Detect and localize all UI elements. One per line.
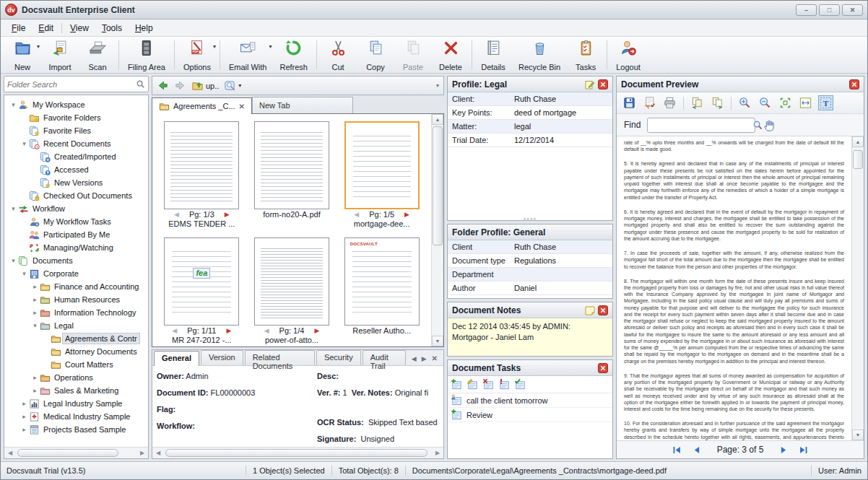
thumbnail-page[interactable] [254,121,329,209]
scroll-right-icon[interactable]: ▶ [432,450,443,456]
collapse-icon[interactable]: ▾ [9,101,18,108]
minimize-button[interactable]: – [796,4,817,16]
toolbar-scan-button[interactable]: Scan [79,37,116,73]
toolbar-logout-button[interactable]: Logout [609,37,647,73]
scroll-up-icon[interactable]: ▲ [852,136,864,147]
zoom-out-icon[interactable] [758,96,772,110]
scroll-down-icon[interactable]: ▼ [852,429,864,440]
toolbar-email-with-button[interactable]: ▾Email With [222,37,274,73]
collapse-icon[interactable]: ▾ [19,270,29,277]
details-tab-security[interactable]: Security [316,350,361,365]
thumbnail-prev-page-icon[interactable]: ◀ [174,211,179,218]
search-icon[interactable] [136,79,145,89]
fit-page-icon[interactable] [778,96,792,110]
tree-item-created-imported[interactable]: Created/Imported [4,150,148,163]
fit-width-icon[interactable] [799,96,812,110]
thumbnail-item[interactable]: form-no20-A.pdf [247,121,337,230]
expand-icon[interactable]: ▸ [19,400,29,407]
menu-tools[interactable]: Tools [95,21,129,35]
toolbar-details-button[interactable]: Details [474,37,512,73]
scrollbar-thumb[interactable] [433,126,443,245]
copy-page-icon[interactable] [690,96,704,110]
tree-item-attorney-documents[interactable]: Attorney Documents [4,345,148,358]
tree-item-my-workspace[interactable]: ▾My Workspace [4,98,148,111]
add-note-icon[interactable] [585,305,595,315]
details-tab-related-documents[interactable]: Related Documents [245,350,315,365]
thumbnail-next-page-icon[interactable]: ▶ [225,211,230,218]
scrollbar-thumb[interactable] [17,449,118,457]
tree-item-documents[interactable]: ▾Documents [4,254,148,267]
tree-item-operations[interactable]: ▸Operations [4,371,148,384]
details-horizontal-scrollbar[interactable]: ◀ ▶ [152,447,443,458]
expand-icon[interactable]: ▸ [19,426,29,433]
toolbar-copy-button[interactable]: Copy [357,37,394,73]
notes-close-icon[interactable] [598,305,608,315]
tree-item-court-matters[interactable]: Court Matters [4,358,148,371]
sidebar-horizontal-scrollbar[interactable]: ◀ ▶ [4,447,148,458]
first-page-icon[interactable] [671,445,682,455]
details-tab-version[interactable]: Version [201,350,243,365]
thumbnail-prev-page-icon[interactable]: ◀ [172,327,177,334]
preview-close-icon[interactable] [849,79,859,90]
collapse-icon[interactable]: ▾ [9,257,18,264]
toolbar-recycle-bin-button[interactable]: Recycle Bin [512,37,567,73]
tree-item-checked-out-documents[interactable]: Checked Out Documents [4,189,148,202]
thumbnail-item[interactable]: DOCSVAULTReseller Autho... [337,237,427,346]
toolbar-overflow-icon[interactable]: ▾ [436,82,439,89]
tabs-scroll-right-icon[interactable]: ▶ [422,355,427,362]
tree-item-workflow[interactable]: ▾Workflow [4,202,148,215]
scrollbar-thumb[interactable] [853,150,863,169]
scroll-left-icon[interactable]: ◀ [152,450,164,456]
scroll-down-icon[interactable]: ▼ [432,336,443,346]
details-tab-general[interactable]: General [154,351,199,366]
tree-item-sales-marketing[interactable]: ▸Sales & Marketing [4,384,148,397]
find-input[interactable] [650,121,752,129]
menu-view[interactable]: View [64,21,95,35]
delete-task-icon[interactable] [482,378,495,390]
tree-item-projects-based-sample[interactable]: ▸Projects Based Sample [4,423,148,436]
tree-item-legal[interactable]: ▾Legal [4,319,148,332]
priority-task-icon[interactable] [498,378,511,390]
tree-item-legal-industry-sample[interactable]: ▸Legal Industry Sample [4,397,148,410]
back-icon[interactable] [157,79,169,92]
preview-pane-icon[interactable]: ▾ [224,79,241,92]
tree-item-finance-and-accounting[interactable]: ▸Finance and Accounting [4,280,148,293]
expand-icon[interactable]: ▸ [30,374,40,381]
expand-icon[interactable]: ▸ [30,283,40,290]
print-icon[interactable] [663,96,677,110]
thumbnail-item[interactable]: ◀Pg: 1/5▶mortgage-dee... [337,121,427,230]
forward-icon[interactable] [174,79,186,92]
previous-page-icon[interactable] [691,445,703,455]
details-close-icon[interactable]: ✕ [432,354,438,362]
hand-pan-icon[interactable] [762,118,776,132]
tree-item-new-versions[interactable]: New Versions [4,176,148,189]
tree-item-agreements-contr[interactable]: Agreements & Contr [4,332,148,345]
last-page-icon[interactable] [798,445,810,455]
up-folder-button[interactable]: up.. [191,79,219,92]
complete-task-icon[interactable] [514,378,526,390]
tab-agreements-c[interactable]: Agreements _C...✕ [152,97,252,114]
thumbnail-vertical-scrollbar[interactable]: ▲ ▼ [431,114,443,346]
tree-item-accessed[interactable]: Accessed [4,163,148,176]
thumbnail-next-page-icon[interactable]: ▶ [226,327,231,334]
zoom-in-icon[interactable] [738,96,752,110]
panel-splitter[interactable]: ●●●● [448,217,612,220]
find-input-box[interactable] [647,118,755,133]
scrollbar-thumb[interactable] [165,449,428,457]
toolbar-filing-area-button[interactable]: Filing Area [121,37,172,73]
folder-search-box[interactable] [4,76,149,92]
tasks-close-icon[interactable] [598,363,608,373]
tree-item-human-resources[interactable]: ▸Human Resources [4,293,148,306]
task-item[interactable]: Review [448,408,612,422]
thumbnail-next-page-icon[interactable]: ▶ [314,327,319,334]
tree-item-my-workflow-tasks[interactable]: My Workflow Tasks [4,215,148,228]
toolbar-cut-button[interactable]: Cut [319,37,357,73]
expand-icon[interactable]: ▸ [30,309,40,316]
details-tab-audit-trail[interactable]: Audit Trail [363,350,406,365]
scroll-left-icon[interactable]: ◀ [4,450,16,456]
expand-icon[interactable]: ▸ [30,296,40,303]
tree-item-participated-by-me[interactable]: Participated By Me [4,228,148,241]
toolbar-options-button[interactable]: PDF▾Options [177,37,217,73]
collapse-icon[interactable]: ▾ [9,205,18,212]
export-icon[interactable] [643,96,656,110]
